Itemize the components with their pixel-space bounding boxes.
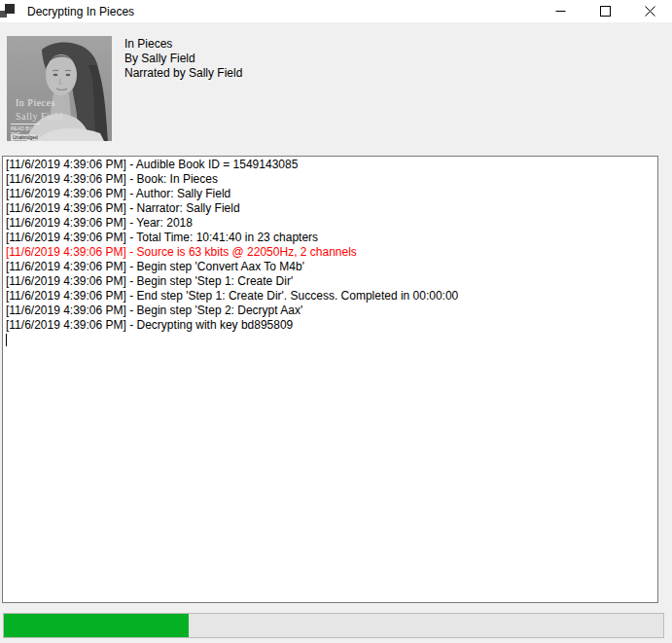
window-title: Decrypting In Pieces [27,5,134,18]
book-title: In Pieces [124,37,242,52]
titlebar[interactable]: Decrypting In Pieces [0,0,672,22]
book-narrator: Narrated by Sally Field [124,66,242,81]
cover-author-text: Sally Field [16,111,63,122]
app-icon [0,4,18,18]
log-line: [11/6/2019 4:39:06 PM] - Decrypting with… [6,318,655,333]
cover-title-text: In Pieces [16,97,55,108]
book-author: By Sally Field [124,52,242,66]
close-button[interactable] [627,0,672,22]
log-line: [11/6/2019 4:39:06 PM] - End step 'Step … [6,289,655,304]
app-window: Decrypting In Pieces [0,0,672,643]
maximize-icon [600,6,611,17]
log-output[interactable]: [11/6/2019 4:39:06 PM] - Audible Book ID… [2,156,658,603]
log-line: [11/6/2019 4:39:06 PM] - Narrator: Sally… [6,201,655,216]
log-line: [11/6/2019 4:39:06 PM] - Source is 63 kb… [6,245,655,260]
log-line: [11/6/2019 4:39:06 PM] - Book: In Pieces [6,172,655,187]
caption-buttons [538,0,672,22]
log-line: [11/6/2019 4:39:06 PM] - Begin step 'Ste… [6,274,655,289]
progress-fill [4,614,189,637]
book-cover-image: In Pieces Sally Field Read by the author… [7,36,112,141]
log-line: [11/6/2019 4:39:06 PM] - Audible Book ID… [6,158,655,172]
log-line: [11/6/2019 4:39:06 PM] - Total Time: 10:… [6,231,655,245]
minimize-icon [555,6,566,17]
progress-bar [3,613,664,638]
book-info: In Pieces By Sally Field Narrated by Sal… [124,37,242,81]
log-line: [11/6/2019 4:39:06 PM] - Begin step 'Ste… [6,304,655,318]
caret-line [6,333,655,347]
log-line: [11/6/2019 4:39:06 PM] - Begin step 'Con… [6,260,655,274]
cover-edition-badge: Unabridged [11,134,40,140]
maximize-button[interactable] [583,0,627,22]
log-line: [11/6/2019 4:39:06 PM] - Author: Sally F… [6,187,655,201]
close-icon [645,6,655,17]
log-line: [11/6/2019 4:39:06 PM] - Year: 2018 [6,216,655,231]
minimize-button[interactable] [538,0,583,22]
text-caret [6,334,7,346]
